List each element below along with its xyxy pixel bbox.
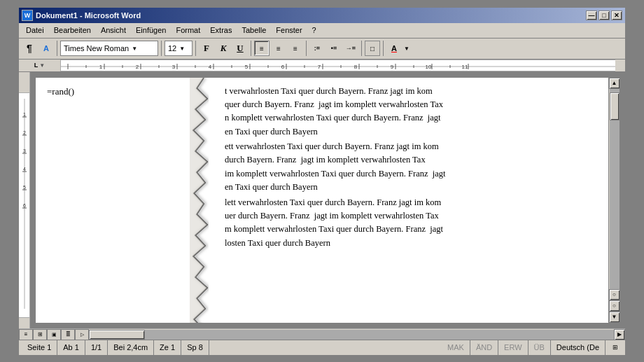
text-line-6: durch Bayern. Franz jagt im komplett ver… — [225, 153, 601, 167]
text-line-4: en Taxi quer durch Bayern — [225, 125, 601, 139]
font-name-dropdown[interactable]: Times New Roman ▼ — [60, 41, 158, 56]
toolbar-sep-5 — [306, 41, 307, 56]
maximize-button[interactable]: □ — [598, 11, 610, 20]
status-fraction: 1/1 — [85, 340, 108, 355]
menu-tabelle[interactable]: Tabelle — [237, 25, 270, 36]
status-icon-btn[interactable]: ⊞ — [608, 341, 622, 354]
list-unordered-button[interactable]: •= — [326, 41, 342, 56]
scroll-thumb-v[interactable] — [610, 92, 620, 120]
menu-einfuegen[interactable]: Einfügen — [132, 25, 170, 36]
status-column-label: Sp 8 — [187, 343, 203, 351]
align-center-button[interactable]: ≡ — [271, 41, 286, 56]
svg-marker-48 — [190, 78, 207, 323]
underline-button[interactable]: U — [232, 41, 248, 56]
view-buttons: ≡ ⊞ ▣ ≣ ▷ — [19, 329, 89, 340]
text-line-10: uer durch Bayern. Franz jagt im komplett… — [225, 209, 601, 223]
indent-button[interactable]: →= — [343, 41, 358, 56]
border-button[interactable]: □ — [365, 41, 380, 56]
bold-button[interactable]: F — [199, 41, 214, 56]
list-ordered-button[interactable]: := — [309, 41, 325, 56]
text-line-3: n komplett verwahrlosten Taxi quer durch… — [225, 111, 601, 125]
font-size-dropdown[interactable]: 12 ▼ — [164, 41, 192, 56]
document-right: t verwahrlosten Taxi quer durch Bayern. … — [218, 78, 608, 323]
toolbar-sep-3 — [195, 41, 196, 56]
ruler-track: 1 2 3 4 5 6 7 8 9 10 11 — [61, 60, 615, 71]
page-shadow: =rand() — [36, 78, 608, 323]
status-page: Seite 1 — [22, 340, 57, 355]
hscroll-right-button[interactable]: ▶ — [614, 329, 625, 340]
menu-bar: Datei Bearbeiten Ansicht Einfügen Format… — [19, 23, 625, 39]
scroll-right-small[interactable]: ○ — [609, 289, 620, 300]
toolbar-btn-2[interactable]: A — [38, 41, 54, 56]
view-print[interactable]: ▣ — [47, 329, 61, 340]
svg-text:3: 3 — [172, 64, 176, 70]
font-color-dropdown[interactable]: ▼ — [403, 41, 410, 56]
status-aend: ÄND — [470, 340, 498, 355]
size-dropdown-arrow: ▼ — [179, 46, 185, 52]
italic-button[interactable]: K — [216, 41, 231, 56]
scroll-down-button[interactable]: ▼ — [609, 312, 620, 323]
ruler-left-marker: L ▼ — [19, 60, 61, 71]
svg-text:5: 5 — [245, 64, 248, 70]
word-window: W Dokument1 - Microsoft Word — □ ✕ Datei… — [18, 6, 626, 356]
svg-text:11: 11 — [462, 64, 468, 70]
font-color-button[interactable]: A — [386, 41, 402, 56]
menu-datei[interactable]: Datei — [22, 25, 48, 36]
vertical-scrollbar: ▲ ○ ○ ▼ — [608, 78, 620, 323]
bottom-bar: ≡ ⊞ ▣ ≣ ▷ ▶ — [19, 328, 625, 340]
status-language: Deutsch (De — [551, 340, 606, 355]
view-reading[interactable]: ▷ — [75, 329, 89, 340]
svg-text:6: 6 — [281, 64, 285, 70]
menu-help[interactable]: ? — [308, 25, 321, 36]
text-line-12: losten Taxi quer durch Bayern — [225, 237, 601, 250]
menu-ansicht[interactable]: Ansicht — [97, 25, 130, 36]
view-web[interactable]: ⊞ — [33, 329, 47, 340]
window-title: Dokument1 - Microsoft Word — [36, 11, 141, 20]
view-normal[interactable]: ≡ — [19, 329, 33, 340]
text-line-9: lett verwahrlosten Taxi quer durch Bayer… — [225, 196, 601, 209]
title-bar-left: W Dokument1 - Microsoft Word — [22, 10, 141, 21]
status-position-label: Bei 2,4cm — [113, 343, 148, 351]
vruler-svg: 1 2 3 4 5 6 — [19, 99, 30, 309]
tear-effect — [190, 78, 218, 323]
svg-text:2: 2 — [136, 64, 139, 70]
align-right-button[interactable]: ≡ — [288, 41, 303, 56]
menu-format[interactable]: Format — [172, 25, 204, 36]
status-column: Sp 8 — [181, 340, 209, 355]
formula-line: =rand() — [47, 85, 178, 99]
hscroll-thumb[interactable] — [89, 330, 145, 340]
view-outline[interactable]: ≣ — [61, 329, 75, 340]
align-left-button[interactable]: ≡ — [254, 41, 270, 56]
status-erw-label: ERW — [504, 343, 522, 351]
paragraph-button[interactable]: ¶ — [22, 41, 37, 56]
text-line-5: ett verwahrlosten Taxi quer durch Bayern… — [225, 140, 601, 153]
svg-text:9: 9 — [391, 64, 394, 70]
menu-extras[interactable]: Extras — [206, 25, 236, 36]
minimize-button[interactable]: — — [586, 11, 597, 20]
document-left: =rand() — [36, 78, 190, 323]
status-bar: Seite 1 Ab 1 1/1 Bei 2,4cm Ze 1 Sp 8 MAK… — [19, 340, 625, 355]
title-buttons: — □ ✕ — [586, 11, 622, 20]
status-aend-label: ÄND — [476, 343, 492, 351]
close-button[interactable]: ✕ — [611, 11, 622, 20]
svg-text:7: 7 — [318, 64, 321, 70]
vruler-top — [19, 72, 29, 93]
ruler-svg: 1 2 3 4 5 6 7 8 9 10 11 — [61, 60, 615, 72]
svg-text:8: 8 — [354, 64, 358, 70]
svg-text:6: 6 — [23, 203, 26, 208]
text-line-7: im komplett verwahrlosten Taxi quer durc… — [225, 167, 601, 181]
status-mak: MAK — [442, 340, 470, 355]
svg-text:10: 10 — [426, 64, 432, 70]
scroll-up-button[interactable]: ▲ — [609, 78, 620, 89]
status-fraction-label: 1/1 — [91, 343, 102, 351]
main-content: 1 2 3 4 5 6 — [19, 72, 625, 328]
document-background: =rand() — [30, 72, 625, 328]
status-line: Ze 1 — [154, 340, 181, 355]
svg-text:3: 3 — [23, 148, 26, 153]
toolbar-sep-2 — [161, 41, 162, 56]
menu-fenster[interactable]: Fenster — [272, 25, 306, 36]
toolbar-sep-7 — [383, 41, 384, 56]
text-line-2: quer durch Bayern. Franz jagt im komplet… — [225, 98, 601, 111]
menu-bearbeiten[interactable]: Bearbeiten — [50, 25, 95, 36]
scroll-right-small-2[interactable]: ○ — [609, 300, 620, 312]
